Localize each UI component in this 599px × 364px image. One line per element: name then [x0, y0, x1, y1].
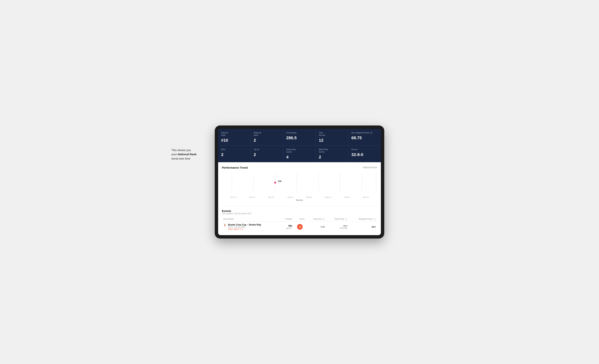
col-weighted-points: Weighted Points i: [349, 217, 377, 222]
x-label-nov23: NOV 23: [243, 196, 262, 198]
stat-regional-rank: RegionalRank 2: [251, 129, 283, 145]
performance-section: Performance Trend National Rank: [218, 162, 381, 206]
annotation-line1: This shows you: [171, 149, 191, 152]
annotation-bold: National Rank: [178, 153, 196, 156]
events-title: Events: [222, 209, 377, 213]
performance-subtitle: National Rank: [363, 166, 377, 169]
stat-match-play-label: Match PlayEvents: [319, 148, 345, 153]
info-icon-wt-pts: i: [373, 218, 376, 220]
tablet-screen: NationalRank #10 RegionalRank 2 Scoring …: [218, 129, 381, 235]
event-date: Oct 9 - Oct 10, 2023: [228, 226, 261, 228]
x-label-feb24: FEB 24: [300, 196, 318, 198]
event-rank-impact: Rank Impact: 3 ▼: [228, 228, 261, 230]
x-label-jan24: JAN 24: [281, 196, 300, 198]
stat-top3s-value: 2: [254, 152, 280, 157]
stat-stroke-play-events: Stroke PlayEvents 4: [283, 146, 316, 162]
stat-scoring-avg-label: Scoring Avg.: [286, 132, 313, 134]
cell-event-sg: 0.45: [306, 222, 326, 232]
chart-area: #10: [222, 172, 377, 195]
event-name-text: Buster Cozy Cup – Stroke Play: [228, 223, 261, 226]
col-position: Position: [280, 217, 294, 222]
score-badge: -22: [297, 224, 303, 230]
stats-row-2: Wins 2 Top 3s 2 Stroke PlayEvents 4 Matc…: [218, 145, 381, 162]
position-value: 6th: [282, 224, 292, 227]
cell-position: 6th out of 7: [280, 222, 294, 232]
cell-weighted-points: 28.3: [349, 222, 377, 232]
stat-record-label: Record: [351, 148, 378, 151]
stat-match-play-value: 2: [319, 155, 345, 160]
data-point: [274, 182, 276, 184]
stat-regional-rank-label: RegionalRank: [254, 132, 280, 136]
x-label-apr24: APR 24: [337, 196, 356, 198]
stat-total-rounds: TotalRounds 12: [316, 129, 348, 145]
chart-axis-label: Months: [222, 199, 377, 201]
stat-wins-label: Wins: [221, 148, 247, 151]
col-score: Score: [294, 217, 306, 222]
total-points-value: 28.3: [328, 225, 347, 227]
tablet-frame: NationalRank #10 RegionalRank 2 Scoring …: [215, 125, 384, 239]
events-table-header: Event Name Position Score Event SG i Tot…: [222, 217, 377, 222]
stat-avg-weighted-points: Avg. Weighted Points i 68.75: [348, 129, 381, 145]
data-label: #10: [278, 180, 282, 182]
info-icon-total-pts: i: [345, 218, 347, 220]
stat-scoring-avg: Scoring Avg. 286.5: [283, 129, 316, 145]
stat-match-play-events: Match PlayEvents 2: [316, 146, 348, 162]
stat-total-rounds-label: TotalRounds: [319, 132, 345, 136]
stat-national-rank-label: NationalRank: [221, 132, 247, 136]
events-table-body: 🦌 Buster Cozy Cup – Stroke Play Oct 9 - …: [222, 222, 377, 232]
scene: This shows you your National Rank trend …: [215, 125, 384, 239]
stat-record-value: 32-8-0: [351, 152, 378, 157]
stats-row-1: NationalRank #10 RegionalRank 2 Scoring …: [218, 129, 381, 145]
info-icon-weighted: i: [370, 132, 372, 134]
stat-national-rank-value: #10: [221, 138, 247, 143]
table-row: 🦌 Buster Cozy Cup – Stroke Play Oct 9 - …: [222, 222, 377, 232]
stat-scoring-avg-value: 286.5: [286, 135, 313, 140]
events-table: Event Name Position Score Event SG i Tot…: [222, 217, 377, 232]
performance-chart: #10: [222, 172, 377, 195]
stat-top3s-label: Top 3s: [254, 148, 280, 151]
stat-regional-rank-value: 2: [254, 138, 280, 143]
events-last-updated: Last updated: 24th November 2023: [222, 213, 377, 215]
col-total-points: Total Points i: [326, 217, 349, 222]
events-header-row: Event Name Position Score Event SG i Tot…: [222, 217, 377, 222]
event-icon: 🦌: [223, 223, 227, 226]
stat-total-rounds-value: 12: [319, 138, 345, 143]
col-event-sg: Event SG i: [306, 217, 326, 222]
stat-wins: Wins 2: [218, 146, 251, 162]
col-event-name: Event Name: [222, 217, 280, 222]
x-label-dec23: DEC 23: [262, 196, 281, 198]
performance-title: Performance Trend: [222, 166, 248, 169]
cell-total-points: 28.3 3 Rounds: [326, 222, 349, 232]
cell-score: -22: [294, 222, 306, 232]
stat-avg-weighted-points-value: 68.75: [351, 135, 378, 140]
total-points-rounds: 3 Rounds: [328, 227, 347, 229]
cell-event-name: 🦌 Buster Cozy Cup – Stroke Play Oct 9 - …: [222, 222, 280, 232]
annotation-text: This shows you your National Rank trend …: [171, 148, 209, 161]
stat-record: Record 32-8-0: [348, 146, 381, 162]
x-label-may24: MAY 24: [356, 196, 375, 198]
performance-header: Performance Trend National Rank: [222, 166, 377, 169]
stat-avg-weighted-points-label: Avg. Weighted Points i: [351, 132, 378, 134]
position-sub: out of 7: [282, 227, 292, 229]
stat-stroke-play-label: Stroke PlayEvents: [286, 148, 313, 153]
chart-x-labels: OCT 23 NOV 23 DEC 23 JAN 24 FEB 24 MAR 2…: [222, 196, 377, 198]
events-section: Events Last updated: 24th November 2023 …: [218, 206, 381, 235]
annotation-prefix: your: [171, 153, 178, 156]
annotation-line3: trend over time: [171, 157, 190, 160]
stat-wins-value: 2: [221, 152, 247, 157]
info-icon-sg: i: [323, 218, 325, 220]
x-label-mar24: MAR 24: [318, 196, 338, 198]
stat-stroke-play-value: 4: [286, 155, 313, 160]
x-label-oct23: OCT 23: [224, 196, 243, 198]
stat-national-rank: NationalRank #10: [218, 129, 251, 145]
stat-top3s: Top 3s 2: [251, 146, 283, 162]
